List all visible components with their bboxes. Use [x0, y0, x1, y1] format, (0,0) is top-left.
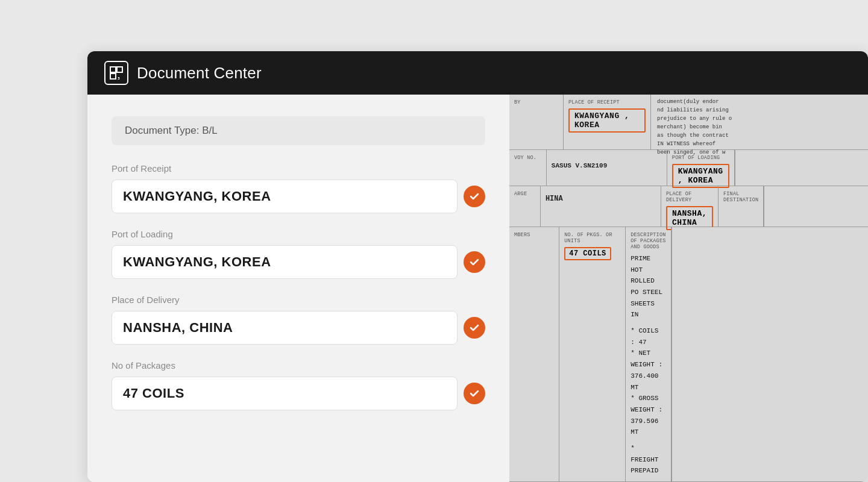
final-destination-label: FINAL DESTINATION: [723, 191, 758, 203]
svg-rect-2: [110, 74, 116, 79]
field-row-loading: KWANGYANG, KOREA: [112, 245, 485, 279]
doc-type-badge: Document Type: B/L: [112, 116, 485, 145]
checkmark-icon-receipt: [469, 191, 480, 202]
bl-row-charge: ARGE HINA PLACE OF DELIVERY NANSHA, CHIN…: [509, 186, 868, 227]
field-input-receipt[interactable]: KWANGYANG, KOREA: [112, 180, 458, 213]
checkmark-icon-loading: [469, 257, 480, 268]
by-label: BY: [514, 99, 558, 105]
check-icon-packages: [464, 383, 485, 404]
field-label-delivery: Place of Delivery: [112, 295, 485, 305]
check-icon-loading: [464, 251, 485, 273]
field-row-delivery: NANSHA, CHINA: [112, 311, 485, 345]
right-text-4: merchant) become bin: [657, 124, 862, 132]
place-of-receipt-value: KWANGYANG , KOREA: [568, 108, 646, 133]
port-of-loading-value: KWANGYANG , KOREA: [672, 164, 729, 188]
svg-text:₃: ₃: [118, 74, 120, 80]
field-group-delivery: Place of Delivery NANSHA, CHINA: [112, 295, 485, 345]
voy-no-value: SASUS V.SN2109: [552, 155, 662, 169]
pkgs-highlight: 47 COILS: [564, 247, 611, 260]
bl-row-voy: VOY NO. SASUS V.SN2109 PORT OF LOADING K…: [509, 150, 868, 186]
bl-col-final-dest: FINAL DESTINATION: [719, 186, 764, 227]
field-group-receipt: Port of Receipt KWANGYANG, KOREA: [112, 163, 485, 213]
bl-right-text-top: document(duly endor nd liabilities arisi…: [651, 95, 868, 149]
right-panel: BY PLACE OF RECEIPT KWANGYANG , KOREA do…: [509, 95, 868, 482]
check-icon-receipt: [464, 186, 485, 207]
field-input-packages[interactable]: 47 COILS: [112, 377, 458, 410]
logo-icon: ₃: [109, 66, 124, 80]
bl-col-voy-label: VOY NO.: [509, 150, 547, 186]
china-label: HINA: [546, 191, 656, 203]
right-text-5: as though the contract: [657, 132, 862, 140]
receipt-highlight: KWANGYANG , KOREA: [568, 108, 646, 133]
field-input-delivery[interactable]: NANSHA, CHINA: [112, 311, 458, 345]
bl-col-pkgs-no: NO. OF PKGS. OR UNITS 47 COILS: [559, 227, 626, 481]
desc-content: PRIME HOT ROLLED PO STEEL SHEETS IN * CO…: [631, 253, 665, 477]
bl-col-charge: ARGE: [509, 186, 541, 227]
loading-highlight: KWANGYANG , KOREA: [672, 164, 729, 188]
bl-right-pkgs: [671, 227, 869, 481]
checkmark-icon-packages: [469, 388, 480, 399]
field-group-loading: Port of Loading KWANGYANG, KOREA: [112, 229, 485, 279]
bl-right-charge: [764, 186, 868, 227]
pkgs-no-label: NO. OF PKGS. OR UNITS: [564, 232, 620, 244]
bl-document: BY PLACE OF RECEIPT KWANGYANG , KOREA do…: [509, 95, 868, 482]
right-text-2: nd liabilities arising: [657, 107, 862, 115]
desc-coils: * COILS : 47: [631, 325, 665, 348]
desc-freight: * FREIGHT PREPAID: [631, 443, 665, 477]
svg-rect-0: [110, 67, 116, 72]
content-area: Document Type: B/L Port of Receipt KWANG…: [87, 95, 868, 482]
field-row-packages: 47 COILS: [112, 377, 485, 410]
right-text-3: prejudice to any rule o: [657, 115, 862, 124]
left-panel: Document Type: B/L Port of Receipt KWANG…: [87, 95, 509, 482]
app-logo: ₃: [104, 61, 128, 85]
field-input-loading[interactable]: KWANGYANG, KOREA: [112, 245, 458, 279]
bl-col-by: BY: [509, 95, 564, 149]
desc-line1: PRIME HOT ROLLED PO STEEL SHEETS IN: [631, 253, 665, 321]
place-of-delivery-value: NANSHA, CHINA: [666, 206, 713, 230]
bl-col-china: HINA: [541, 186, 661, 227]
charge-label: ARGE: [514, 191, 535, 197]
bl-row-receipt: BY PLACE OF RECEIPT KWANGYANG , KOREA do…: [509, 95, 868, 150]
field-label-loading: Port of Loading: [112, 229, 485, 239]
bl-row-pkgs: MBERS NO. OF PKGS. OR UNITS 47 COILS DES…: [509, 227, 868, 482]
checkmark-icon-delivery: [469, 322, 480, 333]
svg-rect-1: [117, 67, 122, 72]
bl-right-voy: [735, 150, 868, 186]
main-container: ₃ Document Center Document Type: B/L Por…: [87, 51, 868, 482]
right-text-1: document(duly endor: [657, 98, 862, 107]
bl-col-desc: DESCRIPTION OF PACKAGES AND GOODS PRIME …: [626, 227, 671, 481]
field-label-packages: No of Packages: [112, 360, 485, 371]
delivery-highlight: NANSHA, CHINA: [666, 206, 713, 230]
port-of-loading-label: PORT OF LOADING: [672, 155, 729, 161]
bl-col-voy-no: SASUS V.SN2109: [547, 150, 667, 186]
bl-col-delivery: PLACE OF DELIVERY NANSHA, CHINA: [661, 186, 719, 227]
desc-net-weight: * NET WEIGHT : 376.400 MT: [631, 348, 665, 393]
field-row-receipt: KWANGYANG, KOREA: [112, 180, 485, 213]
field-group-packages: No of Packages 47 COILS: [112, 360, 485, 410]
bl-col-marks: MBERS: [509, 227, 559, 481]
marks-label: MBERS: [514, 232, 554, 238]
check-icon-delivery: [464, 317, 485, 339]
header: ₃ Document Center: [87, 51, 868, 95]
bl-col-loading: PORT OF LOADING KWANGYANG , KOREA: [667, 150, 735, 186]
voy-no-label: VOY NO.: [514, 155, 541, 161]
desc-gross-weight: * GROSS WEIGHT : 379.596 MT: [631, 393, 665, 438]
field-label-receipt: Port of Receipt: [112, 163, 485, 174]
place-of-delivery-label: PLACE OF DELIVERY: [666, 191, 713, 203]
desc-label: DESCRIPTION OF PACKAGES AND GOODS: [631, 232, 665, 250]
right-text-6: IN WITNESS whereof: [657, 140, 862, 149]
app-title: Document Center: [137, 64, 262, 83]
place-of-receipt-label: PLACE OF RECEIPT: [568, 99, 646, 105]
bl-col-receipt: PLACE OF RECEIPT KWANGYANG , KOREA: [564, 95, 651, 149]
pkgs-no-value: 47 COILS: [564, 247, 620, 260]
